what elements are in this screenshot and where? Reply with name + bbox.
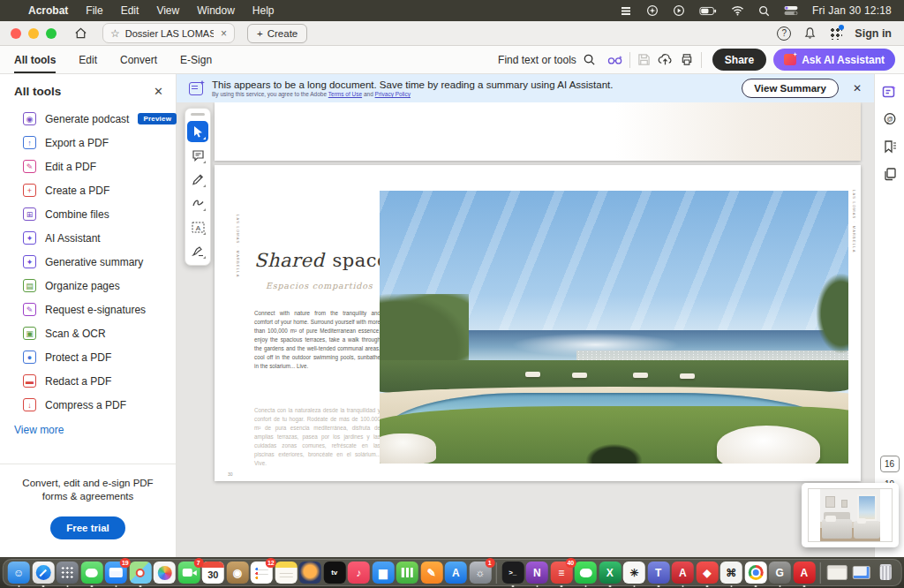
dock-icon-excel[interactable]: X — [599, 562, 621, 584]
ai-assistant-panel-icon[interactable] — [880, 82, 900, 102]
dock-icon-mail[interactable]: 19 — [105, 562, 127, 584]
sidebar-item-compress-a-pdf[interactable]: ↓Compress a PDF — [0, 393, 176, 417]
sidebar-item-edit-a-pdf[interactable]: ✎Edit a PDF — [0, 155, 176, 178]
sidebar-item-scan-ocr[interactable]: ▣Scan & OCR — [0, 321, 176, 345]
toolbar-tab-edit[interactable]: Edit — [79, 46, 97, 73]
help-icon[interactable]: ? — [777, 26, 791, 41]
comments-panel-icon[interactable]: @ — [880, 109, 900, 129]
dock-icon-maps[interactable] — [129, 562, 151, 584]
dock-icon-acrobat[interactable]: A — [793, 562, 815, 584]
dock-icon-apple-tv[interactable]: tv — [323, 562, 345, 584]
wifi-icon[interactable] — [731, 5, 744, 16]
sidebar-item-combine-files[interactable]: ⊞Combine files — [0, 202, 176, 226]
sidebar-item-generative-summary[interactable]: ✦Generative summary — [0, 250, 176, 274]
spotlight-icon[interactable] — [758, 5, 770, 17]
create-tab-button[interactable]: + Create — [247, 24, 307, 43]
dock-icon-terminal[interactable]: >_ — [501, 562, 524, 584]
current-page-input[interactable]: 16 — [880, 456, 900, 472]
dock-icon-todoist[interactable]: ≡40 — [550, 562, 572, 584]
dock-icon-app-store[interactable]: A — [445, 562, 467, 584]
privacy-policy-link[interactable]: Privacy Policy — [375, 91, 411, 97]
toolbar-tab-e-sign[interactable]: E-Sign — [180, 46, 212, 73]
dock-icon-system-settings[interactable]: ☼1 — [469, 562, 491, 584]
dock-icon-chatgpt[interactable]: ✳ — [623, 562, 645, 584]
dock-icon-calendar[interactable]: 30 — [202, 562, 224, 584]
toolbar-tab-all-tools[interactable]: All tools — [14, 46, 56, 73]
dock-icon-firefox[interactable] — [299, 562, 321, 584]
dock-icon-gimp[interactable]: G — [769, 562, 791, 584]
palette-drag-handle[interactable] — [191, 113, 205, 116]
menu-item-window[interactable]: Window — [197, 4, 235, 17]
sidebar-item-request-e-signatures[interactable]: ✎Request e-signatures — [0, 298, 176, 321]
read-aloud-ai-icon[interactable] — [605, 49, 626, 71]
upload-cloud-icon[interactable] — [655, 49, 676, 71]
menu-clock[interactable]: Fri Jan 30 12:18 — [812, 4, 892, 17]
dock-icon-adobe-cc[interactable]: A — [672, 562, 694, 584]
close-window-button[interactable] — [11, 28, 21, 39]
menu-item-help[interactable]: Help — [252, 4, 275, 17]
document-tab[interactable]: ☆ Dossier LAS LOMAS2_... × — [102, 23, 235, 43]
dock-icon-passwords[interactable]: ⌘ — [720, 562, 742, 584]
pencil-tool[interactable] — [187, 169, 208, 190]
sidebar-item-organize-pages[interactable]: ▤Organize pages — [0, 274, 176, 298]
stack-icon[interactable] — [620, 5, 632, 17]
pdf-canvas[interactable]: LAS LOMAS · MARBELLA LAS LOMAS · MARBELL… — [177, 102, 874, 557]
text-box-tool[interactable]: A — [187, 216, 208, 237]
menu-item-view[interactable]: View — [156, 4, 179, 17]
print-icon[interactable] — [676, 49, 697, 71]
sidebar-close-icon[interactable]: ✕ — [154, 85, 163, 98]
dock-icon-chrome[interactable] — [744, 562, 766, 584]
apps-grid-icon[interactable] — [829, 26, 842, 40]
page-preview-popup[interactable] — [802, 483, 899, 547]
banner-close-icon[interactable]: ✕ — [853, 82, 862, 94]
sidebar-item-create-a-pdf[interactable]: +Create a PDF — [0, 178, 176, 202]
close-tab-icon[interactable]: × — [221, 27, 227, 40]
previous-page-bottom[interactable] — [215, 102, 861, 161]
play-circle-icon[interactable] — [673, 4, 685, 17]
dock-icon-music[interactable]: ♪ — [348, 562, 370, 584]
highlight-tool[interactable] — [187, 192, 208, 214]
page-thumbnails-icon[interactable] — [880, 164, 900, 184]
sidebar-item-generate-podcast[interactable]: ◉Generate podcastPreview — [0, 107, 176, 131]
sidebar-item-redact-a-pdf[interactable]: ▬Redact a PDF — [0, 369, 176, 393]
menu-app-name[interactable]: Acrobat — [28, 4, 68, 17]
menu-item-file[interactable]: File — [86, 4, 102, 17]
dock-icon-pages[interactable]: ✎ — [420, 562, 442, 584]
menu-item-edit[interactable]: Edit — [121, 4, 139, 17]
notifications-bell-icon[interactable] — [803, 26, 817, 40]
sign-tool[interactable] — [187, 240, 208, 261]
dock-icon-minimized-window-2[interactable] — [850, 562, 872, 584]
share-button[interactable]: Share — [712, 49, 766, 71]
favorite-star-icon[interactable]: ☆ — [110, 27, 120, 40]
control-center-icon[interactable] — [784, 5, 798, 16]
chatgpt-icon[interactable] — [646, 4, 659, 17]
dock-icon-launchpad[interactable] — [56, 562, 79, 584]
home-button[interactable] — [69, 24, 92, 43]
dock-icon-safari[interactable] — [32, 562, 54, 584]
sidebar-item-ai-assistant[interactable]: ✦AI Assistant — [0, 226, 176, 250]
dock-icon-contacts[interactable]: ◉ — [226, 562, 248, 584]
dock-icon-messages[interactable] — [80, 562, 102, 584]
dock-icon-teams[interactable]: T — [647, 562, 669, 584]
dock-icon-minimized-window-1[interactable] — [825, 562, 848, 584]
bookmarks-panel-icon[interactable] — [880, 137, 900, 156]
free-trial-button[interactable]: Free trial — [50, 516, 125, 539]
zoom-window-button[interactable] — [46, 28, 56, 39]
dock-icon-reminders[interactable]: 12 — [251, 562, 273, 584]
current-page-spread[interactable]: LAS LOMAS · MARBELLA LAS LOMAS · MARBELL… — [215, 165, 861, 481]
sidebar-item-protect-a-pdf[interactable]: ●Protect a PDF — [0, 345, 176, 369]
find-text-or-tools[interactable]: Find text or tools — [498, 53, 596, 66]
dock-icon-whatsapp[interactable] — [575, 562, 597, 584]
ask-ai-assistant-button[interactable]: Ask AI Assistant — [773, 49, 895, 71]
sign-in-button[interactable]: Sign in — [855, 27, 892, 40]
dock-icon-keynote[interactable]: ▆ — [372, 562, 394, 584]
select-tool[interactable] — [187, 121, 208, 142]
view-more-link[interactable]: View more — [0, 417, 176, 436]
dock-icon-notes[interactable] — [275, 562, 297, 584]
dock-icon-numbers[interactable] — [396, 562, 418, 584]
view-summary-button[interactable]: View Summary — [742, 79, 839, 98]
sidebar-item-export-a-pdf[interactable]: ↑Export a PDF — [0, 131, 176, 155]
dock-icon-onenote[interactable]: N — [526, 562, 548, 584]
minimize-window-button[interactable] — [28, 28, 39, 39]
toolbar-tab-convert[interactable]: Convert — [120, 46, 157, 73]
